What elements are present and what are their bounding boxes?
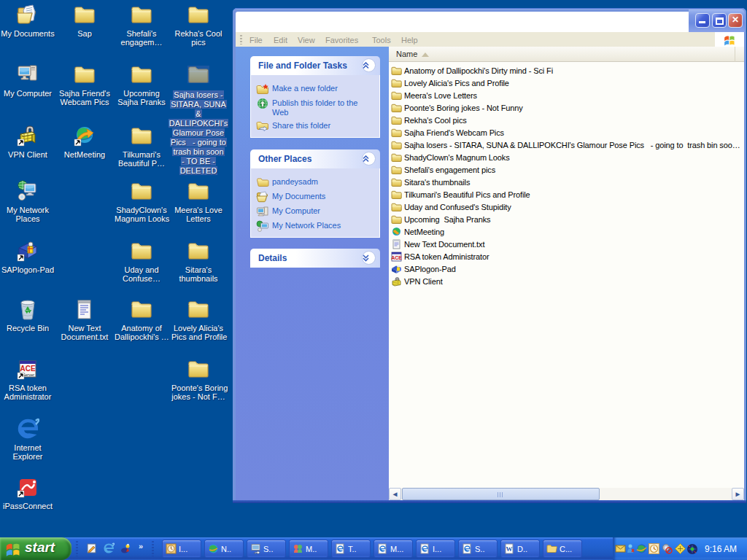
svg-text:W: W <box>506 545 513 553</box>
